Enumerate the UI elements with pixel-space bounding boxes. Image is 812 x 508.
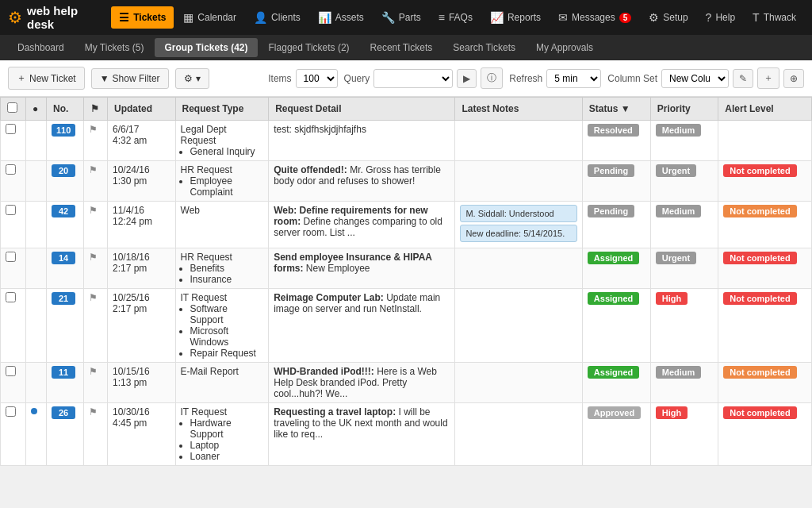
flag-icon-6[interactable]: ⚑ <box>89 406 98 418</box>
nav-item-tickets[interactable]: ☰Tickets <box>111 6 174 29</box>
priority-badge-3: Urgent <box>656 252 696 264</box>
updated-date-3: 10/18/16 <box>113 252 150 263</box>
row-flag-0[interactable]: ⚑ <box>84 121 108 161</box>
row-flag-3[interactable]: ⚑ <box>84 248 108 289</box>
row-num-3[interactable]: 14 <box>47 248 84 289</box>
header-status[interactable]: Status ▼ <box>582 98 650 121</box>
column-set-more-button[interactable]: ⊕ <box>783 69 804 88</box>
row-num-0[interactable]: 110 <box>47 121 84 161</box>
row-notes-0 <box>455 121 582 161</box>
row-updated-4: 10/25/162:17 pm <box>107 289 175 363</box>
row-updated-5: 10/15/161:13 pm <box>107 363 175 403</box>
ticket-num-badge-3[interactable]: 14 <box>52 252 75 264</box>
row-flag-6[interactable]: ⚑ <box>84 403 108 466</box>
nav-item-thwack[interactable]: TThwack <box>745 6 804 29</box>
items-select[interactable]: 100 50 25 <box>296 69 338 88</box>
header-priority[interactable]: Priority <box>650 98 718 121</box>
subnav-item-recent-tickets[interactable]: Recent Tickets <box>361 38 442 57</box>
note-bubble: M. Siddall: Understood <box>460 205 576 222</box>
column-set-edit-button[interactable]: ✎ <box>733 69 753 88</box>
flag-icon-4[interactable]: ⚑ <box>89 292 98 303</box>
row-num-1[interactable]: 20 <box>47 161 84 202</box>
subnav-item-my-approvals[interactable]: My Approvals <box>527 38 603 57</box>
row-dot-6 <box>26 403 47 466</box>
row-flag-4[interactable]: ⚑ <box>84 289 108 363</box>
flag-icon-1[interactable]: ⚑ <box>89 164 98 175</box>
column-set-add-button[interactable]: ＋ <box>757 67 779 89</box>
row-num-4[interactable]: 21 <box>47 289 84 363</box>
nav-item-parts[interactable]: 🔧Parts <box>373 6 429 29</box>
row-flag-5[interactable]: ⚑ <box>84 363 108 403</box>
row-notes-5 <box>455 363 582 403</box>
flag-icon-0[interactable]: ⚑ <box>89 124 98 135</box>
row-checkbox-2[interactable] <box>6 205 16 215</box>
new-ticket-icon: ＋ <box>17 71 26 85</box>
row-num-2[interactable]: 42 <box>47 202 84 248</box>
refresh-select[interactable]: 5 min 1 min 10 min <box>546 69 601 88</box>
show-filter-button[interactable]: ▼ Show Filter <box>91 68 169 89</box>
row-checkbox-0[interactable] <box>6 124 16 134</box>
subnav-item-search-tickets[interactable]: Search Tickets <box>443 38 525 57</box>
nav-item-assets[interactable]: 📊Assets <box>310 6 372 29</box>
ticket-num-badge-1[interactable]: 20 <box>52 164 75 177</box>
row-reqtype-5: E-Mail Report <box>175 363 269 403</box>
query-go-button[interactable]: ▶ <box>457 69 477 88</box>
tickets-table-container: ● No. ⚑ Updated Request Type Request Det… <box>0 97 812 466</box>
flag-icon-5[interactable]: ⚑ <box>89 366 98 377</box>
nav-item-reports[interactable]: 📈Reports <box>482 6 549 29</box>
header-num[interactable]: No. <box>47 98 84 121</box>
row-checkbox-1[interactable] <box>6 164 16 175</box>
header-flag[interactable]: ⚑ <box>84 98 108 121</box>
row-num-6[interactable]: 26 <box>47 403 84 466</box>
subnav-item-flagged-tickets-(2)[interactable]: Flagged Tickets (2) <box>259 38 359 57</box>
row-flag-1[interactable]: ⚑ <box>84 161 108 202</box>
row-checkbox-4[interactable] <box>6 292 16 302</box>
ticket-num-badge-4[interactable]: 21 <box>52 292 75 305</box>
messages-nav-icon: ✉ <box>558 11 568 24</box>
req-type-main-1: HR Request <box>181 164 232 175</box>
check-all-checkbox[interactable] <box>7 102 17 113</box>
table-row: 21⚑10/25/162:17 pmIT RequestSoftware Sup… <box>1 289 812 363</box>
settings-button[interactable]: ⚙ ▾ <box>175 68 209 89</box>
row-dot-0 <box>26 121 47 161</box>
flag-icon-3[interactable]: ⚑ <box>89 252 98 263</box>
row-num-5[interactable]: 11 <box>47 363 84 403</box>
row-priority-4: High <box>650 289 718 363</box>
query-info-button[interactable]: ⓘ <box>481 67 503 89</box>
header-check[interactable] <box>1 98 26 121</box>
updated-date-5: 10/15/16 <box>113 366 150 377</box>
new-ticket-button[interactable]: ＋ New Ticket <box>8 67 85 90</box>
row-reqdetail-3: Send employee Insurance & HIPAA forms: N… <box>269 248 455 289</box>
ticket-num-badge-0[interactable]: 110 <box>52 124 75 137</box>
ticket-num-badge-6[interactable]: 26 <box>52 406 75 419</box>
header-reqtype[interactable]: Request Type <box>175 98 269 121</box>
header-updated[interactable]: Updated <box>107 98 175 121</box>
flag-icon-2[interactable]: ⚑ <box>89 205 98 216</box>
subnav-item-my-tickets-(5)[interactable]: My Tickets (5) <box>75 38 154 57</box>
row-reqdetail-1: Quite offended!: Mr. Gross has terrible … <box>269 161 455 202</box>
row-checkbox-3[interactable] <box>6 252 16 262</box>
row-checkbox-5[interactable] <box>6 366 16 376</box>
nav-item-help[interactable]: ?Help <box>698 6 743 29</box>
row-flag-2[interactable]: ⚑ <box>84 202 108 248</box>
query-select[interactable] <box>373 69 453 88</box>
row-alert-6: Not completed <box>718 403 812 466</box>
req-type-main-3: HR Request <box>181 252 232 263</box>
subnav-item-dashboard[interactable]: Dashboard <box>8 38 74 57</box>
refresh-label: Refresh <box>509 73 542 84</box>
column-set-select[interactable]: New Colu <box>661 69 729 88</box>
subnav-item-group-tickets-(42)[interactable]: Group Tickets (42) <box>155 38 257 57</box>
nav-item-messages[interactable]: ✉Messages5 <box>550 6 639 29</box>
query-group: Query ▶ ⓘ <box>344 67 504 89</box>
req-sub-item: Microsoft Windows <box>190 325 264 348</box>
ticket-num-badge-2[interactable]: 42 <box>52 205 75 217</box>
thwack-nav-icon: T <box>753 11 760 24</box>
nav-item-setup[interactable]: ⚙Setup <box>641 6 695 29</box>
nav-item-calendar[interactable]: ▦Calendar <box>175 6 244 29</box>
row-reqdetail-4: Reimage Computer Lab: Update main image … <box>269 289 455 363</box>
row-alert-2: Not completed <box>718 202 812 248</box>
nav-item-clients[interactable]: 👤Clients <box>246 6 308 29</box>
row-checkbox-6[interactable] <box>6 406 16 417</box>
nav-item-faqs[interactable]: ≡FAQs <box>431 6 481 29</box>
ticket-num-badge-5[interactable]: 11 <box>52 366 75 379</box>
